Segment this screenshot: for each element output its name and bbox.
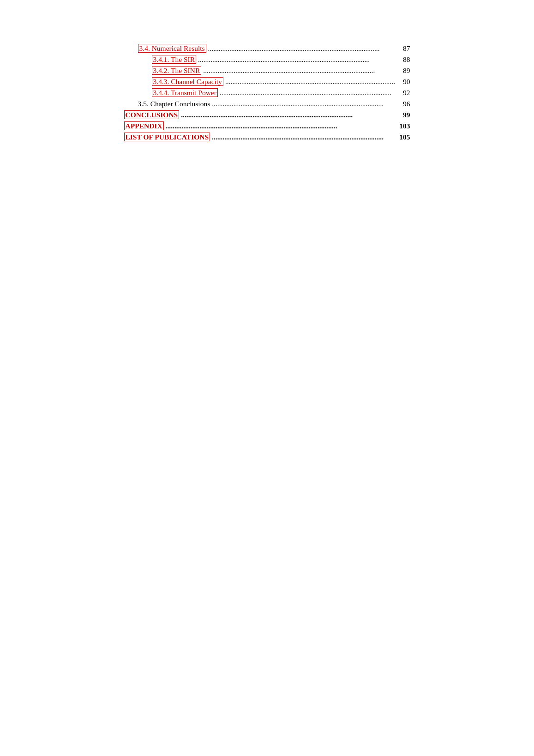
toc-link-appendix[interactable]: APPENDIX [124, 121, 164, 130]
toc-label-transmit-power: 3.4.4. Transmit Power [124, 89, 218, 97]
toc-dots-chapter-conclusions: ........................................… [212, 100, 394, 108]
toc-label-list-of-publications: LIST OF PUBLICATIONS [124, 133, 210, 141]
toc-page-numerical-results: 87 [396, 44, 410, 53]
toc-page-chapter-conclusions: 96 [396, 100, 410, 108]
toc-page-the-sir: 88 [396, 55, 410, 64]
toc-page-channel-capacity: 90 [396, 78, 410, 86]
toc-dots-transmit-power: ........................................… [220, 89, 395, 97]
toc-label-the-sinr: 3.4.2. The SINR [124, 67, 202, 75]
toc-dots-numerical-results: ........................................… [208, 44, 395, 53]
toc-link-the-sinr[interactable]: 3.4.2. The SINR [152, 66, 202, 75]
toc-row-list-of-publications[interactable]: LIST OF PUBLICATIONS....................… [124, 133, 410, 141]
toc-dots-the-sir: ........................................… [198, 55, 394, 64]
toc-label-channel-capacity: 3.4.3. Channel Capacity [124, 78, 223, 86]
toc-row-numerical-results[interactable]: 3.4. Numerical Results..................… [124, 44, 410, 53]
toc-link-numerical-results[interactable]: 3.4. Numerical Results [138, 44, 206, 53]
table-of-contents: 3.4. Numerical Results..................… [124, 44, 410, 141]
toc-link-transmit-power[interactable]: 3.4.4. Transmit Power [152, 88, 218, 97]
toc-link-list-of-publications[interactable]: LIST OF PUBLICATIONS [124, 133, 210, 141]
toc-row-appendix[interactable]: APPENDIX................................… [124, 122, 410, 130]
toc-label-chapter-conclusions: 3.5. Chapter Conclusions [124, 100, 210, 108]
toc-dots-list-of-publications: ........................................… [212, 133, 394, 141]
toc-page-transmit-power: 92 [396, 89, 410, 97]
toc-dots-appendix: ........................................… [166, 122, 395, 130]
toc-page-list-of-publications: 105 [396, 133, 410, 141]
toc-page-the-sinr: 89 [396, 67, 410, 75]
toc-label-conclusions: CONCLUSIONS [124, 111, 180, 119]
toc-label-appendix: APPENDIX [124, 122, 164, 130]
toc-dots-conclusions: ........................................… [181, 111, 394, 119]
toc-row-the-sir[interactable]: 3.4.1. The SIR..........................… [124, 55, 410, 64]
toc-dots-channel-capacity: ........................................… [225, 78, 395, 86]
toc-label-numerical-results: 3.4. Numerical Results [124, 44, 206, 53]
toc-link-conclusions[interactable]: CONCLUSIONS [124, 110, 180, 119]
toc-row-the-sinr[interactable]: 3.4.2. The SINR.........................… [124, 67, 410, 75]
toc-label-the-sir: 3.4.1. The SIR [124, 55, 197, 64]
toc-dots-the-sinr: ........................................… [203, 67, 394, 75]
toc-row-conclusions[interactable]: CONCLUSIONS.............................… [124, 111, 410, 119]
toc-page-conclusions: 99 [396, 111, 410, 119]
toc-row-chapter-conclusions: 3.5. Chapter Conclusions................… [124, 100, 410, 108]
toc-row-transmit-power[interactable]: 3.4.4. Transmit Power...................… [124, 89, 410, 97]
toc-link-channel-capacity[interactable]: 3.4.3. Channel Capacity [152, 77, 223, 86]
toc-row-channel-capacity[interactable]: 3.4.3. Channel Capacity.................… [124, 78, 410, 86]
toc-link-the-sir[interactable]: 3.4.1. The SIR [152, 55, 197, 64]
toc-page-appendix: 103 [396, 122, 410, 130]
page: 3.4. Numerical Results..................… [106, 0, 429, 756]
